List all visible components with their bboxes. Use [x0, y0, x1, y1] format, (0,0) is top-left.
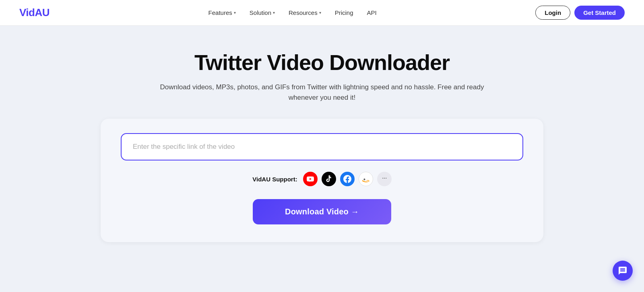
- download-button[interactable]: Download Video →: [253, 199, 391, 224]
- support-icons: a ···: [303, 172, 392, 186]
- youtube-icon[interactable]: [303, 172, 318, 186]
- chevron-down-icon: ▾: [234, 10, 236, 15]
- download-card: VidAU Support:: [101, 119, 543, 242]
- nav-solution[interactable]: Solution ▾: [244, 6, 281, 19]
- hero-subtitle: Download videos, MP3s, photos, and GIFs …: [153, 82, 491, 103]
- nav-right: Login Get Started: [535, 6, 625, 20]
- hero-section: Twitter Video Downloader Download videos…: [0, 26, 644, 292]
- nav-features[interactable]: Features ▾: [203, 6, 242, 19]
- amazon-icon[interactable]: a: [359, 172, 373, 186]
- navbar: VidAU Features ▾ Solution ▾ Resources ▾ …: [0, 0, 644, 26]
- tiktok-icon[interactable]: [322, 172, 336, 186]
- nav-resources[interactable]: Resources ▾: [283, 6, 327, 19]
- support-label: VidAU Support:: [252, 176, 297, 183]
- nav-api[interactable]: API: [361, 6, 382, 19]
- logo[interactable]: VidAU: [19, 6, 50, 19]
- login-button[interactable]: Login: [535, 6, 570, 20]
- chevron-down-icon: ▾: [319, 10, 321, 15]
- support-row: VidAU Support:: [252, 172, 391, 186]
- svg-text:a: a: [363, 177, 365, 181]
- nav-pricing[interactable]: Pricing: [329, 6, 359, 19]
- chat-button[interactable]: [613, 261, 633, 281]
- facebook-icon[interactable]: [340, 172, 355, 186]
- hero-title: Twitter Video Downloader: [194, 50, 450, 75]
- get-started-button[interactable]: Get Started: [574, 6, 625, 20]
- nav-links: Features ▾ Solution ▾ Resources ▾ Pricin…: [203, 6, 382, 19]
- url-input[interactable]: [121, 133, 523, 160]
- more-icon[interactable]: ···: [377, 172, 392, 186]
- chevron-down-icon: ▾: [273, 10, 275, 15]
